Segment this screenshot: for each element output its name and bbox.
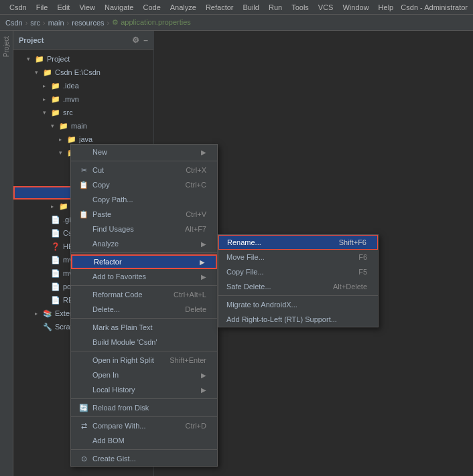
separator: [71, 416, 217, 417]
paste-icon: 📋: [79, 210, 88, 219]
folder-icon: 📁: [35, 55, 44, 64]
folder-icon: 📁: [51, 108, 60, 117]
ctx-delete[interactable]: Delete... Delete: [71, 302, 217, 317]
menu-vcs[interactable]: VCS: [314, 2, 338, 13]
ctx-build-module[interactable]: Build Module 'Csdn': [71, 335, 217, 349]
menu-bar[interactable]: Csdn File Edit View Navigate Code Analyz…: [5, 2, 397, 13]
ctx-create-gist[interactable]: ⊙ Create Gist...: [71, 451, 217, 466]
ctx-cut[interactable]: ✂ Cut Ctrl+X: [71, 163, 217, 177]
separator: [71, 318, 217, 319]
menu-navigate[interactable]: Navigate: [100, 2, 137, 13]
tree-item-project[interactable]: ▾ 📁 Project: [13, 52, 153, 66]
ctx-open-right[interactable]: Open in Right Split Shift+Enter: [71, 353, 217, 368]
menu-file[interactable]: File: [32, 2, 52, 13]
submenu-migrate[interactable]: Migrate to AndroidX...: [218, 297, 378, 312]
submenu-copy-file[interactable]: Copy File... F5: [218, 264, 378, 279]
panel-header-icons: ⚙ –: [132, 35, 148, 45]
refactor-submenu: Rename... Shift+F6 Move File... F6 Copy …: [218, 234, 379, 327]
ctx-reload[interactable]: 🔄 Reload from Disk: [71, 400, 217, 415]
folder-icon: 📁: [51, 82, 60, 90]
compare-icon: ⇄: [79, 422, 88, 430]
tree-item-main[interactable]: ▾ 📁 main: [13, 119, 153, 133]
file-icon: 📄: [51, 296, 60, 305]
menu-refactor[interactable]: Refactor: [202, 2, 238, 13]
separator: [71, 351, 217, 351]
menu-csdn[interactable]: Csdn: [5, 2, 31, 13]
ctx-open-in[interactable]: Open In ▶: [71, 368, 217, 382]
ctx-compare[interactable]: ⇄ Compare With... Ctrl+D: [71, 418, 217, 433]
tree-item-mvn[interactable]: ▸ 📁 .mvn: [13, 92, 153, 106]
separator: [71, 449, 217, 450]
ctx-refactor[interactable]: Refactor ▶: [71, 254, 217, 269]
breadcrumb-src[interactable]: src: [30, 19, 40, 27]
panel-icon-minimize[interactable]: –: [143, 35, 148, 45]
panel-title: Project: [19, 36, 44, 44]
ctx-reformat[interactable]: Reformat Code Ctrl+Alt+L: [71, 287, 217, 302]
breadcrumb-file[interactable]: ⚙ application.properties: [112, 18, 191, 27]
separator: [71, 398, 217, 399]
tree-item-src[interactable]: ▾ 📁 src: [13, 106, 153, 119]
ctx-copy[interactable]: 📋 Copy Ctrl+C: [71, 177, 217, 192]
submenu-move-file[interactable]: Move File... F6: [218, 250, 378, 264]
ctx-mark-plain[interactable]: Mark as Plain Text: [71, 320, 217, 335]
menu-view[interactable]: View: [75, 2, 99, 13]
context-menu: New ▶ ✂ Cut Ctrl+X 📋 Copy Ctrl+C Copy Pa…: [70, 144, 218, 467]
ctx-local-history[interactable]: Local History ▶: [71, 382, 217, 397]
submenu-arrow: ▶: [200, 258, 205, 266]
cut-icon: ✂: [79, 166, 88, 175]
ctx-paste[interactable]: 📋 Paste Ctrl+V: [71, 207, 217, 222]
tree-item-idea[interactable]: ▸ 📁 .idea: [13, 79, 153, 92]
separator: [71, 161, 217, 161]
left-strip: Project: [0, 31, 13, 476]
window-title: Csdn - Administrator: [401, 3, 468, 11]
panel-icon-settings[interactable]: ⚙: [132, 35, 139, 45]
breadcrumb-csdn[interactable]: Csdn: [5, 19, 23, 27]
menu-run[interactable]: Run: [265, 2, 286, 13]
gist-icon: ⊙: [79, 455, 88, 463]
folder-icon: 📁: [51, 95, 60, 104]
submenu-rename[interactable]: Rename... Shift+F6: [218, 235, 378, 250]
menu-edit[interactable]: Edit: [53, 2, 74, 13]
submenu-rtl[interactable]: Add Right-to-Left (RTL) Support...: [218, 312, 378, 327]
tree-item-csdn[interactable]: ▾ 📁 Csdn E:\Csdn: [13, 66, 153, 79]
reload-icon: 🔄: [79, 404, 88, 412]
ctx-analyze[interactable]: Analyze ▶: [71, 236, 217, 251]
folder-icon: 📁: [59, 122, 68, 131]
file-icon: 📄: [51, 269, 60, 278]
submenu-arrow: ▶: [201, 372, 206, 379]
ctx-new[interactable]: New ▶: [71, 145, 217, 159]
ctx-add-bom[interactable]: Add BOM: [71, 433, 217, 448]
file-icon: 📄: [51, 229, 60, 238]
file-icon: 📄: [51, 256, 60, 264]
folder-icon: 📁: [67, 135, 76, 144]
submenu-arrow: ▶: [201, 240, 206, 248]
menu-code[interactable]: Code: [139, 2, 164, 13]
separator: [71, 252, 217, 253]
submenu-arrow: ▶: [201, 149, 206, 156]
submenu-safe-delete[interactable]: Safe Delete... Alt+Delete: [218, 279, 378, 294]
ctx-copy-path[interactable]: Copy Path...: [71, 192, 217, 207]
menu-build[interactable]: Build: [239, 2, 263, 13]
file-icon: 📄: [51, 283, 60, 291]
menu-help[interactable]: Help: [375, 2, 398, 13]
ctx-add-favorites[interactable]: Add to Favorites ▶: [71, 269, 217, 284]
scratches-icon: 🔧: [43, 323, 52, 331]
library-icon: 📚: [43, 309, 52, 318]
submenu-arrow: ▶: [201, 273, 206, 281]
file-icon: 📄: [51, 216, 60, 224]
breadcrumb-main[interactable]: main: [48, 19, 64, 27]
menu-tools[interactable]: Tools: [287, 2, 313, 13]
menu-analyze[interactable]: Analyze: [166, 2, 200, 13]
ctx-find-usages[interactable]: Find Usages Alt+F7: [71, 222, 217, 236]
separator: [71, 285, 217, 286]
sub-separator: [218, 295, 378, 296]
panel-header: Project ⚙ –: [13, 31, 153, 50]
project-strip-label[interactable]: Project: [3, 36, 10, 57]
folder-icon: 📁: [43, 68, 52, 77]
folder-icon: 📁: [59, 202, 68, 211]
menu-window[interactable]: Window: [338, 2, 373, 13]
file-icon: ❓: [51, 242, 60, 251]
breadcrumb: Csdn › src › main › resources › ⚙ applic…: [0, 15, 473, 31]
copy-icon: 📋: [79, 181, 88, 189]
breadcrumb-resources[interactable]: resources: [72, 19, 104, 27]
